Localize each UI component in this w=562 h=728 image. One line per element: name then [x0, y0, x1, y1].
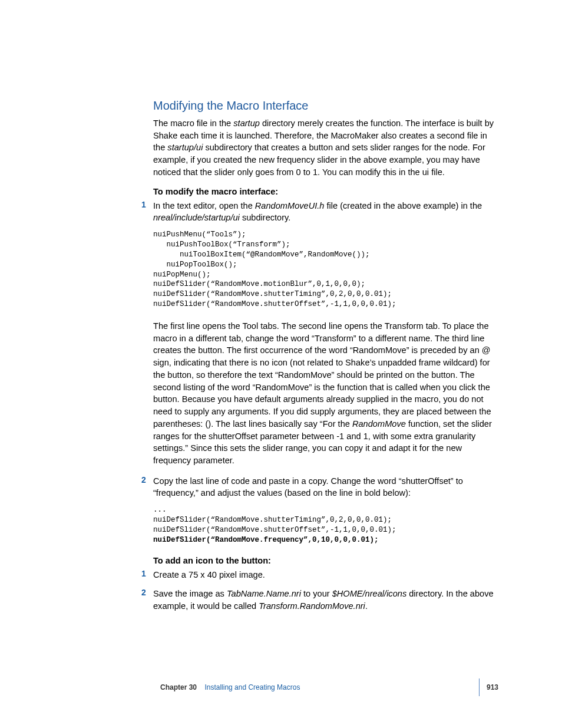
intro-paragraph: The macro file in the startup directory … — [153, 117, 495, 179]
step-text: Copy the last line of code and paste in … — [153, 475, 495, 499]
text: The first line opens the Tool tabs. The … — [153, 321, 491, 429]
footer-separator — [479, 678, 480, 696]
section-heading: Modifying the Macro Interface — [153, 99, 495, 113]
text: subdirectory. — [240, 213, 291, 222]
footer-left: Chapter 30 Installing and Creating Macro… — [160, 683, 300, 691]
step-text: Create a 75 x 40 pixel image. — [153, 569, 495, 581]
text: subdirectory that creates a button and s… — [153, 143, 485, 176]
step-1: 1 In the text editor, open the RandomMov… — [153, 200, 495, 224]
code-block-2: ... nuiDefSlider(“RandomMove.shutterTimi… — [153, 505, 495, 545]
page-footer: Chapter 30 Installing and Creating Macro… — [160, 678, 498, 696]
text-italic: TabName.Name.nri — [227, 589, 301, 598]
text: The macro file in the — [153, 118, 233, 128]
chapter-label: Chapter 30 — [160, 683, 197, 691]
text-italic: startup — [233, 118, 260, 128]
icon-step-2: 2 Save the image as TabName.Name.nri to … — [153, 588, 495, 612]
step-2: 2 Copy the last line of code and paste i… — [153, 475, 495, 499]
chapter-title: Installing and Creating Macros — [204, 683, 300, 691]
code-plain: ... nuiDefSlider(“RandomMove.shutterTimi… — [153, 506, 396, 534]
text-italic: $HOME/nreal/icons — [332, 589, 407, 598]
text-italic: startup/ui — [167, 143, 203, 152]
text-italic: RandomMove — [352, 419, 406, 429]
procedure-heading-icon: To add an icon to the button: — [153, 556, 495, 565]
text-italic: Transform.RandomMove.nri — [259, 601, 365, 611]
text-italic: nreal/include/startup/ui — [153, 213, 240, 222]
step-number: 1 — [141, 569, 146, 578]
text: to your — [301, 589, 332, 598]
text: In the text editor, open the — [153, 201, 255, 210]
text-italic: RandomMoveUI.h — [255, 201, 325, 210]
step-number: 2 — [141, 588, 146, 597]
code-bold: nuiDefSlider(“RandomMove.frequency”,0,10… — [153, 536, 379, 544]
step-text: In the text editor, open the RandomMoveU… — [153, 200, 495, 224]
code-block-1: nuiPushMenu(“Tools”); nuiPushToolBox(“Tr… — [153, 230, 495, 309]
step-text: Save the image as TabName.Name.nri to yo… — [153, 588, 495, 612]
text: file (created in the above example) in t… — [324, 201, 482, 210]
explanation-paragraph: The first line opens the Tool tabs. The … — [153, 320, 495, 467]
page: Modifying the Macro Interface The macro … — [0, 0, 562, 728]
page-number: 913 — [487, 683, 498, 691]
text: Save the image as — [153, 589, 227, 598]
step-number: 1 — [141, 200, 146, 209]
text: . — [365, 601, 368, 611]
procedure-heading: To modify the macro interface: — [153, 187, 495, 196]
step-number: 2 — [141, 475, 146, 485]
footer-right: 913 — [472, 678, 498, 696]
icon-step-1: 1 Create a 75 x 40 pixel image. — [153, 569, 495, 581]
